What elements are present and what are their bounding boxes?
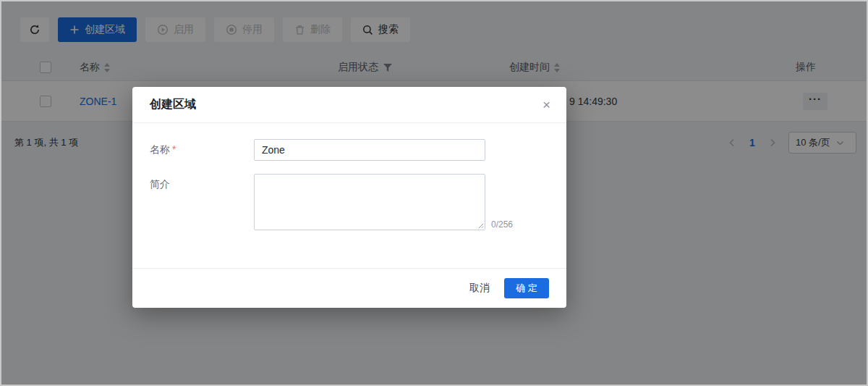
page-frame: 创建区域 启用 停用 删除 搜索: [0, 0, 868, 386]
description-field-label: 简介: [132, 174, 254, 230]
name-field-control: [254, 139, 485, 161]
name-field-label: 名称*: [132, 139, 254, 161]
cancel-button[interactable]: 取消: [469, 282, 490, 295]
modal-header: 创建区域 ×: [132, 87, 566, 123]
modal-body: 名称* 简介 0/256: [132, 123, 566, 268]
close-icon[interactable]: ×: [542, 98, 550, 112]
name-label-text: 名称: [150, 143, 170, 155]
char-counter: 0/256: [491, 219, 513, 230]
modal-footer: 取消 确 定: [132, 268, 566, 308]
confirm-button[interactable]: 确 定: [504, 278, 549, 298]
name-field-row: 名称*: [132, 139, 566, 161]
description-textarea[interactable]: [254, 174, 485, 230]
description-field-row: 简介 0/256: [132, 174, 566, 230]
required-asterisk: *: [172, 143, 176, 155]
description-label-text: 简介: [150, 178, 170, 190]
name-input[interactable]: [254, 139, 485, 161]
modal-title: 创建区域: [150, 97, 196, 112]
description-field-control: 0/256: [254, 174, 513, 230]
create-zone-modal: 创建区域 × 名称* 简介: [132, 87, 566, 308]
